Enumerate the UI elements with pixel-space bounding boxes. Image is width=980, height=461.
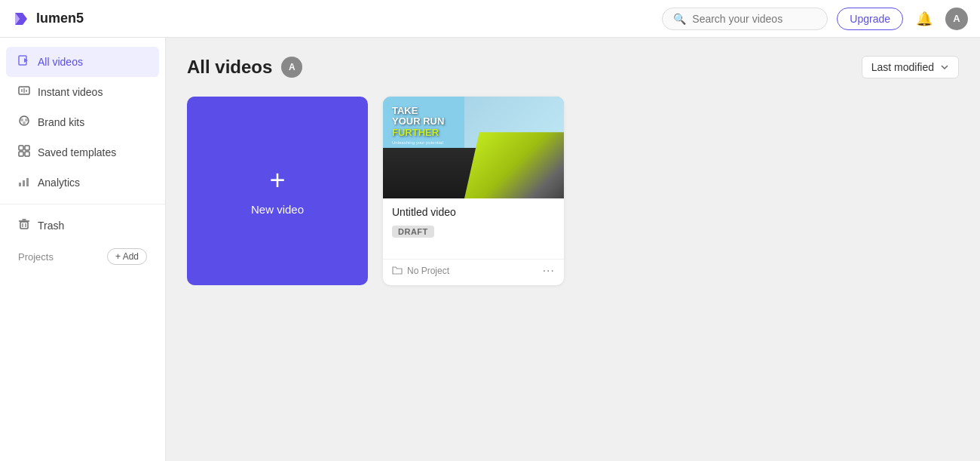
chevron-down-icon [940,63,949,72]
logo[interactable]: lumen5 [12,10,84,28]
sidebar-item-instant-videos[interactable]: Instant videos [6,77,159,107]
logo-icon [12,10,30,28]
video-title: Untitled video [392,206,555,218]
projects-label: Projects [18,251,54,263]
sort-dropdown[interactable]: Last modified [862,56,959,78]
thumb-text: TAKE YOUR RUN FURTHER Unleashing your po… [383,97,453,154]
svg-rect-17 [23,180,25,186]
sidebar-item-brand-kits[interactable]: Brand kits [6,107,159,137]
notifications-icon[interactable]: 🔔 [912,7,936,31]
video-grid: + New video [187,97,959,285]
svg-point-9 [20,118,23,121]
saved-templates-icon [18,145,30,160]
svg-rect-14 [19,152,23,156]
video-thumbnail: TAKE YOUR RUN FURTHER Unleashing your po… [383,97,564,198]
svg-point-11 [23,121,26,124]
thumb-line3: FURTHER [392,128,444,138]
upgrade-button[interactable]: Upgrade [837,8,903,30]
thumb-line2: YOUR RUN [392,116,444,127]
trash-icon [18,218,30,233]
analytics-icon [18,175,30,190]
sidebar: All videos Instant videos Brand kits Sav… [0,38,166,461]
svg-rect-12 [19,146,23,150]
svg-rect-19 [20,222,28,229]
sidebar-divider [0,204,165,204]
draft-badge: DRAFT [392,226,434,238]
svg-rect-15 [25,152,29,156]
page-header: All videos A Last modified [187,56,959,78]
sidebar-item-analytics[interactable]: Analytics [6,167,159,198]
sidebar-label-trash: Trash [38,220,64,232]
video-card: TAKE YOUR RUN FURTHER Unleashing your po… [383,97,564,285]
projects-section: Projects + Add [6,241,159,272]
sidebar-label-instant-videos: Instant videos [38,86,103,98]
search-input[interactable] [692,13,816,25]
app-header: lumen5 🔍 Upgrade 🔔 A [0,0,980,38]
new-video-card[interactable]: + New video [187,97,368,285]
folder-svg [392,265,403,275]
search-bar[interactable]: 🔍 [662,8,828,30]
sidebar-label-analytics: Analytics [38,177,80,189]
svg-rect-16 [19,183,21,186]
instant-videos-icon [18,85,30,100]
video-info: Untitled video DRAFT [383,198,564,254]
title-avatar: A [281,57,302,78]
avatar[interactable]: A [945,8,968,30]
all-videos-icon [18,54,30,69]
main-content: All videos A Last modified + New video [166,38,980,461]
search-icon: 🔍 [673,13,686,25]
brand-kits-icon [18,115,30,130]
project-name: No Project [407,266,449,276]
header-actions: 🔍 Upgrade 🔔 A [662,7,968,31]
page-title-row: All videos A [187,57,302,78]
svg-point-10 [25,118,28,121]
plus-icon: + [269,167,285,194]
app-layout: All videos Instant videos Brand kits Sav… [0,0,980,461]
sidebar-label-brand-kits: Brand kits [38,116,84,128]
more-options-icon[interactable]: ··· [543,264,555,278]
svg-rect-13 [25,146,29,150]
logo-text: lumen5 [36,11,84,26]
sidebar-item-all-videos[interactable]: All videos [6,47,159,77]
new-video-label: New video [251,203,304,216]
project-info: No Project [392,265,449,278]
thumb-sub: Unleashing your potential [392,140,444,145]
sidebar-label-all-videos: All videos [38,56,83,68]
sidebar-item-trash[interactable]: Trash [6,211,159,241]
sort-label: Last modified [871,61,934,73]
video-footer: No Project ··· [383,259,564,285]
folder-icon [392,265,403,278]
thumb-shoe [464,132,564,198]
sidebar-item-saved-templates[interactable]: Saved templates [6,137,159,167]
sidebar-label-saved-templates: Saved templates [38,146,116,158]
svg-rect-18 [26,178,29,186]
add-project-button[interactable]: + Add [107,248,147,265]
page-title: All videos [187,57,272,78]
